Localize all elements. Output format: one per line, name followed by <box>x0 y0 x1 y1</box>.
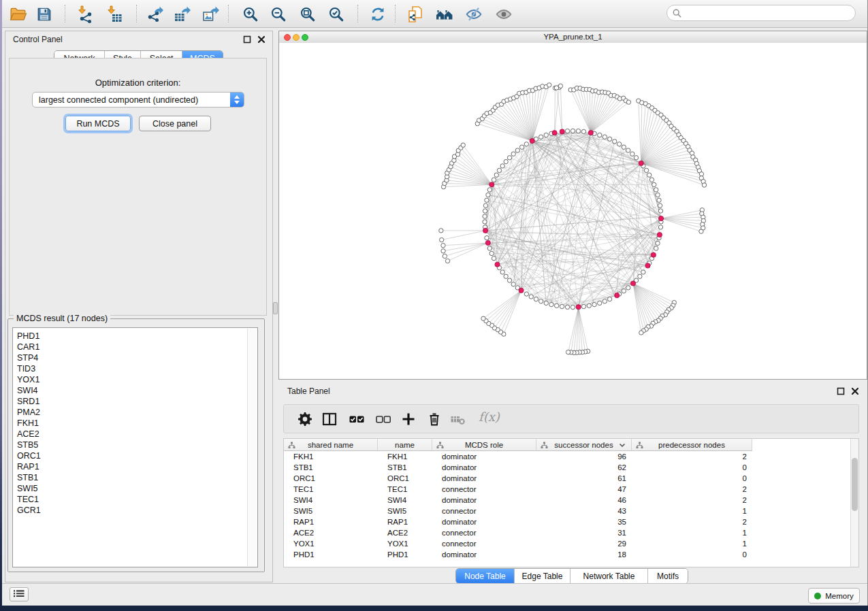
mcds-result-item[interactable]: ORC1 <box>17 450 244 461</box>
mcds-result-item[interactable]: STB1 <box>17 472 244 483</box>
table-cell[interactable]: 0 <box>632 549 752 560</box>
table-row[interactable]: ACE2ACE2connector311 <box>284 527 858 538</box>
zoom-in-button[interactable] <box>241 5 260 24</box>
close-panel-button[interactable]: Close panel <box>139 116 211 131</box>
export-network-button[interactable] <box>146 5 165 24</box>
select-all-button[interactable] <box>348 410 366 428</box>
save-session-button[interactable] <box>35 5 54 24</box>
table-cell[interactable]: connector <box>432 506 536 516</box>
table-cell[interactable]: dominator <box>432 495 536 506</box>
clone-network-button[interactable] <box>406 5 425 24</box>
table-cell[interactable]: ACE2 <box>378 527 432 538</box>
table-row[interactable]: SWI4SWI4dominator462 <box>284 495 858 506</box>
mcds-result-item[interactable]: CAR1 <box>17 342 244 352</box>
column-header-shared-name[interactable]: shared name <box>284 439 378 451</box>
tab-network-table[interactable]: Network Table <box>570 569 648 583</box>
table-cell[interactable]: SWI5 <box>378 506 432 516</box>
table-cell[interactable]: STB1 <box>284 462 378 473</box>
criterion-dropdown[interactable]: largest connected component (undirected) <box>32 92 244 108</box>
mcds-result-item[interactable]: PMA2 <box>17 407 244 418</box>
show-columns-button[interactable] <box>321 410 338 428</box>
column-header-MCDS-role[interactable]: MCDS role <box>432 439 536 451</box>
table-cell[interactable]: 2 <box>632 516 752 527</box>
table-cell[interactable]: connector <box>432 538 536 549</box>
table-cell[interactable]: dominator <box>432 462 536 473</box>
deselect-all-button[interactable] <box>374 410 392 428</box>
network-graph[interactable] <box>279 43 867 379</box>
table-cell[interactable]: FKH1 <box>378 451 432 462</box>
table-cell[interactable]: 1 <box>632 506 752 516</box>
table-scrollbar-thumb[interactable] <box>852 458 858 511</box>
table-cell[interactable]: PHD1 <box>284 549 378 560</box>
table-row[interactable]: STB1STB1dominator620 <box>284 462 858 473</box>
table-cell[interactable]: TEC1 <box>378 484 432 495</box>
toggle-graphics-details-button[interactable] <box>464 5 483 24</box>
table-cell[interactable]: SWI5 <box>284 506 378 516</box>
network-canvas[interactable] <box>279 43 867 379</box>
table-cell[interactable]: 2 <box>632 484 752 495</box>
table-row[interactable]: FKH1FKH1dominator962 <box>284 451 858 462</box>
column-header-predecessor-nodes[interactable]: predecessor nodes <box>632 439 752 451</box>
table-cell[interactable]: dominator <box>432 549 536 560</box>
refresh-view-button[interactable] <box>368 5 387 24</box>
table-cell[interactable]: 29 <box>536 538 632 549</box>
table-cell[interactable]: connector <box>432 484 536 495</box>
table-cell[interactable]: SWI4 <box>378 495 432 506</box>
mcds-list-scrollbar[interactable] <box>247 329 257 566</box>
table-cell[interactable]: 96 <box>536 451 632 462</box>
table-scrollbar[interactable] <box>850 439 858 567</box>
export-table-button[interactable] <box>173 5 192 24</box>
column-header-name[interactable]: name <box>378 439 432 451</box>
table-cell[interactable]: 2 <box>632 495 752 506</box>
table-row[interactable]: YOX1YOX1connector291 <box>284 538 858 549</box>
control-panel-close-button[interactable] <box>257 35 266 44</box>
table-cell[interactable]: RAP1 <box>284 516 378 527</box>
mcds-result-item[interactable]: FKH1 <box>17 418 244 429</box>
mcds-result-item[interactable]: SRD1 <box>17 396 244 407</box>
mcds-result-item[interactable]: STP4 <box>17 352 244 363</box>
table-row[interactable]: ORC1ORC1dominator610 <box>284 473 858 484</box>
table-cell[interactable]: 1 <box>632 538 752 549</box>
table-cell[interactable]: STB1 <box>378 462 432 473</box>
network-window-titlebar[interactable]: YPA_prune.txt_1 <box>279 31 867 44</box>
column-header-successor-nodes[interactable]: successor nodes <box>536 439 632 451</box>
table-options-button[interactable] <box>296 410 314 428</box>
delete-column-button[interactable] <box>425 410 443 428</box>
table-cell[interactable]: dominator <box>432 516 536 527</box>
table-cell[interactable]: FKH1 <box>284 451 378 462</box>
table-panel-close-button[interactable] <box>850 386 860 396</box>
splitter-grip-icon[interactable] <box>273 302 278 314</box>
table-cell[interactable]: 61 <box>536 473 632 484</box>
import-network-button[interactable] <box>76 5 95 24</box>
table-cell[interactable]: 2 <box>632 451 752 462</box>
mcds-result-item[interactable]: YOX1 <box>17 374 244 385</box>
tab-edge-table[interactable]: Edge Table <box>515 569 570 583</box>
table-cell[interactable]: 35 <box>536 516 632 527</box>
show-panel-list-button[interactable] <box>10 587 29 601</box>
memory-button[interactable]: Memory <box>808 588 860 604</box>
mcds-result-item[interactable]: SWI5 <box>17 483 244 494</box>
run-mcds-button[interactable]: Run MCDS <box>65 116 131 131</box>
table-cell[interactable]: 46 <box>536 495 632 506</box>
table-cell[interactable]: 31 <box>536 527 632 538</box>
show-all-networks-button[interactable] <box>435 5 454 24</box>
table-cell[interactable]: 0 <box>632 473 752 484</box>
table-row[interactable]: TEC1TEC1connector472 <box>284 484 858 495</box>
table-cell[interactable]: 47 <box>536 484 632 495</box>
table-cell[interactable]: dominator <box>432 451 536 462</box>
table-cell[interactable]: 1 <box>632 527 752 538</box>
mcds-result-item[interactable]: SWI4 <box>17 385 244 396</box>
table-row[interactable]: PHD1PHD1dominator180 <box>284 549 858 560</box>
table-cell[interactable]: PHD1 <box>378 549 432 560</box>
mcds-result-item[interactable]: TID3 <box>17 363 244 374</box>
birds-eye-view-button[interactable] <box>494 5 513 24</box>
table-cell[interactable]: 43 <box>536 506 632 516</box>
table-cell[interactable]: SWI4 <box>284 495 378 506</box>
control-panel-float-button[interactable] <box>242 35 252 44</box>
table-cell[interactable]: YOX1 <box>378 538 432 549</box>
mcds-result-item[interactable]: PHD1 <box>17 331 244 342</box>
table-row[interactable]: SWI5SWI5connector431 <box>284 506 858 516</box>
tab-node-table[interactable]: Node Table <box>456 569 515 583</box>
zoom-selected-button[interactable] <box>327 5 346 24</box>
table-cell[interactable]: YOX1 <box>284 538 378 549</box>
